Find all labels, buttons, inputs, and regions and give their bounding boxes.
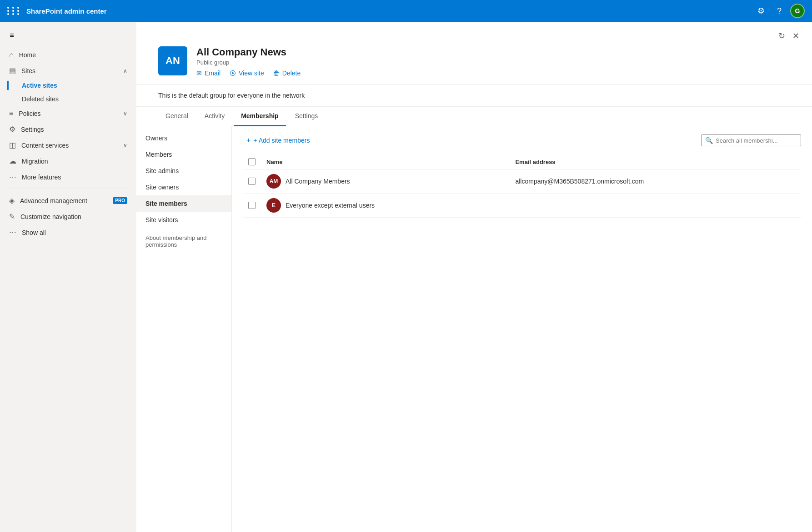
sidebar-item-label: Home xyxy=(19,51,127,59)
sidebar-item-label: Settings xyxy=(21,126,127,133)
chevron-up-icon: ∧ xyxy=(123,68,127,74)
topbar-icons: ⚙ ? G xyxy=(754,4,805,18)
sidebar-item-label: Policies xyxy=(19,110,118,117)
sidebar-item-deleted-sites[interactable]: Deleted sites xyxy=(2,92,135,106)
membership-nav-owners[interactable]: Owners xyxy=(136,130,231,146)
membership-nav-site-owners[interactable]: Site owners xyxy=(136,179,231,195)
member-name: Everyone except external users xyxy=(286,202,375,209)
membership-nav-members[interactable]: Members xyxy=(136,146,231,163)
search-input[interactable] xyxy=(716,137,797,144)
sidebar-item-label: Sites xyxy=(21,67,118,75)
add-site-members-button[interactable]: + + Add site members xyxy=(243,134,313,147)
membership-nav-about[interactable]: About membership and permissions xyxy=(136,228,231,254)
help-icon-button[interactable]: ? xyxy=(772,4,787,18)
add-icon: + xyxy=(246,136,251,144)
policies-icon: ≡ xyxy=(9,109,13,118)
user-avatar[interactable]: G xyxy=(790,4,805,18)
sidebar-item-customize-navigation[interactable]: ✎ Customize navigation xyxy=(2,209,135,224)
email-icon: ✉ xyxy=(196,70,202,77)
sidebar-item-home[interactable]: ⌂ Home xyxy=(2,47,135,63)
select-all-checkbox[interactable] xyxy=(248,158,256,165)
view-site-icon: ⦿ xyxy=(230,70,236,77)
tab-activity[interactable]: Activity xyxy=(197,107,232,126)
membership-nav-site-admins[interactable]: Site admins xyxy=(136,163,231,179)
delete-icon: 🗑 xyxy=(273,70,280,77)
member-cell: E Everyone except external users xyxy=(266,198,504,213)
site-header: AN All Company News Public group ✉ Email… xyxy=(136,43,812,85)
site-info: All Company News Public group ✉ Email ⦿ … xyxy=(196,46,790,77)
search-icon: 🔍 xyxy=(705,137,713,144)
main-content: ↻ ✕ AN All Company News Public group ✉ E… xyxy=(136,22,812,532)
app-grid-icon[interactable] xyxy=(7,7,21,15)
site-type: Public group xyxy=(196,59,790,66)
membership-panel: Owners Members Site admins Site owners S… xyxy=(136,126,812,532)
pro-badge: PRO xyxy=(113,197,127,204)
row-email-cell: allcompany@M365B508271.onmicrosoft.com xyxy=(510,169,801,194)
site-panel: ↻ ✕ AN All Company News Public group ✉ E… xyxy=(136,22,812,532)
col-name: Name xyxy=(261,154,510,169)
site-actions: ✉ Email ⦿ View site 🗑 Delete xyxy=(196,70,790,77)
tab-settings[interactable]: Settings xyxy=(288,107,326,126)
site-logo-initials: AN xyxy=(165,55,180,67)
panel-topbar: ↻ ✕ xyxy=(136,22,812,43)
row-name-cell: E Everyone except external users xyxy=(261,194,510,218)
deleted-sites-label: Deleted sites xyxy=(22,95,59,103)
sidebar-item-label: Content services xyxy=(21,142,118,149)
sidebar-item-content-services[interactable]: ◫ Content services ∨ xyxy=(2,137,135,153)
settings-icon-button[interactable]: ⚙ xyxy=(754,4,768,18)
chevron-down-icon: ∨ xyxy=(123,142,127,149)
hamburger-icon: ≡ xyxy=(10,31,14,40)
tab-membership[interactable]: Membership xyxy=(234,107,286,126)
sidebar-item-active-sites[interactable]: Active sites xyxy=(2,79,135,92)
sidebar-item-settings[interactable]: ⚙ Settings xyxy=(2,121,135,137)
sidebar-item-label: More features xyxy=(22,174,127,181)
row-email-cell xyxy=(510,194,801,218)
email-action-label: Email xyxy=(205,70,221,77)
sidebar-divider xyxy=(7,189,129,189)
sidebar-item-show-all[interactable]: ⋯ Show all xyxy=(2,224,135,240)
member-avatar: E xyxy=(266,198,281,213)
email-action-button[interactable]: ✉ Email xyxy=(196,70,221,77)
member-cell: AM All Company Members xyxy=(266,174,504,189)
active-sites-label: Active sites xyxy=(22,82,57,89)
member-name: All Company Members xyxy=(286,178,350,185)
delete-action-button[interactable]: 🗑 Delete xyxy=(273,70,301,77)
membership-nav-site-members[interactable]: Site members xyxy=(136,195,231,212)
gear-icon: ⚙ xyxy=(9,125,15,134)
membership-toolbar: + + Add site members 🔍 xyxy=(243,134,801,147)
delete-action-label: Delete xyxy=(282,70,301,77)
collapse-button[interactable]: ≡ xyxy=(4,27,20,44)
row-checkbox[interactable] xyxy=(248,202,256,209)
member-avatar: AM xyxy=(266,174,281,189)
members-table: Name Email address xyxy=(243,154,801,218)
sidebar-item-label: Show all xyxy=(22,229,127,236)
pencil-icon: ✎ xyxy=(9,212,15,221)
close-button[interactable]: ✕ xyxy=(791,29,801,43)
sidebar-item-advanced-management[interactable]: ◈ Advanced management PRO xyxy=(2,193,135,209)
sidebar-item-policies[interactable]: ≡ Policies ∨ xyxy=(2,106,135,121)
avatar-initials: AM xyxy=(270,178,278,184)
table-row: E Everyone except external users xyxy=(243,194,801,218)
content-services-icon: ◫ xyxy=(9,141,16,149)
advanced-management-icon: ◈ xyxy=(9,196,15,205)
add-members-label: + Add site members xyxy=(253,137,310,144)
membership-nav-site-visitors[interactable]: Site visitors xyxy=(136,212,231,228)
row-checkbox[interactable] xyxy=(248,178,256,185)
migration-icon: ☁ xyxy=(9,157,16,165)
tab-general[interactable]: General xyxy=(158,107,195,126)
membership-nav: Owners Members Site admins Site owners S… xyxy=(136,126,232,532)
sidebar-item-sites[interactable]: ▤ Sites ∧ xyxy=(2,63,135,79)
col-email: Email address xyxy=(510,154,801,169)
refresh-button[interactable]: ↻ xyxy=(777,29,787,43)
site-logo: AN xyxy=(158,46,187,75)
sidebar-item-label: Migration xyxy=(22,158,127,165)
more-features-icon: ⋯ xyxy=(9,173,16,181)
membership-content: + + Add site members 🔍 xyxy=(232,126,812,532)
home-icon: ⌂ xyxy=(9,51,14,59)
sidebar-item-more-features[interactable]: ⋯ More features xyxy=(2,169,135,185)
view-site-action-button[interactable]: ⦿ View site xyxy=(230,70,264,77)
view-site-action-label: View site xyxy=(239,70,264,77)
sidebar-item-migration[interactable]: ☁ Migration xyxy=(2,153,135,169)
site-description-text: This is the default group for everyone i… xyxy=(158,92,305,99)
site-name: All Company News xyxy=(196,46,790,58)
